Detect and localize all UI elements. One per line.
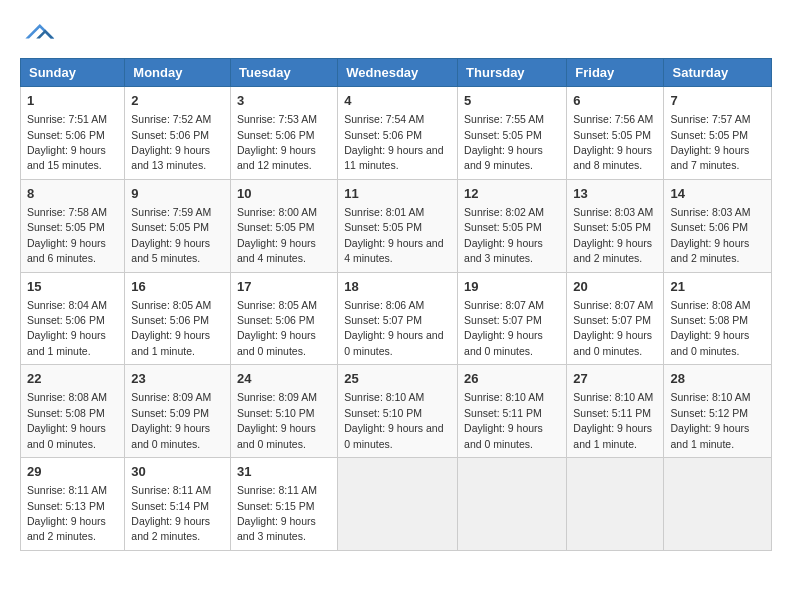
day-number: 2 [131,92,224,110]
day-number: 10 [237,185,331,203]
header-cell-thursday: Thursday [458,59,567,87]
day-cell: 19Sunrise: 8:07 AM Sunset: 5:07 PM Dayli… [458,272,567,365]
day-info: Sunrise: 8:10 AM Sunset: 5:12 PM Dayligh… [670,391,750,449]
day-number: 21 [670,278,765,296]
day-number: 27 [573,370,657,388]
day-info: Sunrise: 8:09 AM Sunset: 5:10 PM Dayligh… [237,391,317,449]
day-number: 12 [464,185,560,203]
day-number: 4 [344,92,451,110]
header-cell-friday: Friday [567,59,664,87]
day-info: Sunrise: 8:05 AM Sunset: 5:06 PM Dayligh… [237,299,317,357]
day-info: Sunrise: 7:58 AM Sunset: 5:05 PM Dayligh… [27,206,107,264]
day-cell: 16Sunrise: 8:05 AM Sunset: 5:06 PM Dayli… [125,272,231,365]
week-row-1: 1Sunrise: 7:51 AM Sunset: 5:06 PM Daylig… [21,87,772,180]
day-info: Sunrise: 8:07 AM Sunset: 5:07 PM Dayligh… [573,299,653,357]
day-number: 19 [464,278,560,296]
day-number: 22 [27,370,118,388]
day-cell: 24Sunrise: 8:09 AM Sunset: 5:10 PM Dayli… [230,365,337,458]
day-number: 16 [131,278,224,296]
day-cell: 28Sunrise: 8:10 AM Sunset: 5:12 PM Dayli… [664,365,772,458]
day-info: Sunrise: 8:07 AM Sunset: 5:07 PM Dayligh… [464,299,544,357]
day-info: Sunrise: 8:10 AM Sunset: 5:10 PM Dayligh… [344,391,443,449]
day-number: 7 [670,92,765,110]
day-cell: 29Sunrise: 8:11 AM Sunset: 5:13 PM Dayli… [21,458,125,551]
day-number: 20 [573,278,657,296]
day-cell: 8Sunrise: 7:58 AM Sunset: 5:05 PM Daylig… [21,179,125,272]
day-cell: 1Sunrise: 7:51 AM Sunset: 5:06 PM Daylig… [21,87,125,180]
day-info: Sunrise: 8:10 AM Sunset: 5:11 PM Dayligh… [464,391,544,449]
day-cell: 20Sunrise: 8:07 AM Sunset: 5:07 PM Dayli… [567,272,664,365]
day-number: 5 [464,92,560,110]
day-number: 17 [237,278,331,296]
week-row-2: 8Sunrise: 7:58 AM Sunset: 5:05 PM Daylig… [21,179,772,272]
day-cell: 22Sunrise: 8:08 AM Sunset: 5:08 PM Dayli… [21,365,125,458]
calendar-table: SundayMondayTuesdayWednesdayThursdayFrid… [20,58,772,551]
calendar-header: SundayMondayTuesdayWednesdayThursdayFrid… [21,59,772,87]
day-info: Sunrise: 7:54 AM Sunset: 5:06 PM Dayligh… [344,113,443,171]
day-cell: 27Sunrise: 8:10 AM Sunset: 5:11 PM Dayli… [567,365,664,458]
day-number: 25 [344,370,451,388]
day-number: 30 [131,463,224,481]
day-number: 9 [131,185,224,203]
header-cell-monday: Monday [125,59,231,87]
day-cell: 18Sunrise: 8:06 AM Sunset: 5:07 PM Dayli… [338,272,458,365]
day-info: Sunrise: 8:03 AM Sunset: 5:06 PM Dayligh… [670,206,750,264]
day-cell [567,458,664,551]
day-info: Sunrise: 8:02 AM Sunset: 5:05 PM Dayligh… [464,206,544,264]
week-row-4: 22Sunrise: 8:08 AM Sunset: 5:08 PM Dayli… [21,365,772,458]
header-cell-wednesday: Wednesday [338,59,458,87]
day-cell: 17Sunrise: 8:05 AM Sunset: 5:06 PM Dayli… [230,272,337,365]
day-cell: 21Sunrise: 8:08 AM Sunset: 5:08 PM Dayli… [664,272,772,365]
logo-icon [20,20,56,48]
day-cell: 26Sunrise: 8:10 AM Sunset: 5:11 PM Dayli… [458,365,567,458]
day-info: Sunrise: 8:08 AM Sunset: 5:08 PM Dayligh… [27,391,107,449]
week-row-3: 15Sunrise: 8:04 AM Sunset: 5:06 PM Dayli… [21,272,772,365]
header-row: SundayMondayTuesdayWednesdayThursdayFrid… [21,59,772,87]
day-info: Sunrise: 8:11 AM Sunset: 5:14 PM Dayligh… [131,484,211,542]
day-info: Sunrise: 8:00 AM Sunset: 5:05 PM Dayligh… [237,206,317,264]
logo [20,20,62,48]
day-info: Sunrise: 7:52 AM Sunset: 5:06 PM Dayligh… [131,113,211,171]
day-info: Sunrise: 7:55 AM Sunset: 5:05 PM Dayligh… [464,113,544,171]
header [20,20,772,48]
day-info: Sunrise: 8:05 AM Sunset: 5:06 PM Dayligh… [131,299,211,357]
day-cell: 14Sunrise: 8:03 AM Sunset: 5:06 PM Dayli… [664,179,772,272]
day-number: 6 [573,92,657,110]
day-cell: 7Sunrise: 7:57 AM Sunset: 5:05 PM Daylig… [664,87,772,180]
day-cell [664,458,772,551]
day-cell: 2Sunrise: 7:52 AM Sunset: 5:06 PM Daylig… [125,87,231,180]
day-cell: 12Sunrise: 8:02 AM Sunset: 5:05 PM Dayli… [458,179,567,272]
day-cell: 9Sunrise: 7:59 AM Sunset: 5:05 PM Daylig… [125,179,231,272]
day-info: Sunrise: 8:08 AM Sunset: 5:08 PM Dayligh… [670,299,750,357]
day-cell: 5Sunrise: 7:55 AM Sunset: 5:05 PM Daylig… [458,87,567,180]
day-info: Sunrise: 8:11 AM Sunset: 5:13 PM Dayligh… [27,484,107,542]
day-info: Sunrise: 8:06 AM Sunset: 5:07 PM Dayligh… [344,299,443,357]
day-info: Sunrise: 8:11 AM Sunset: 5:15 PM Dayligh… [237,484,317,542]
day-number: 13 [573,185,657,203]
header-cell-sunday: Sunday [21,59,125,87]
day-number: 11 [344,185,451,203]
day-info: Sunrise: 7:51 AM Sunset: 5:06 PM Dayligh… [27,113,107,171]
header-cell-saturday: Saturday [664,59,772,87]
day-number: 26 [464,370,560,388]
week-row-5: 29Sunrise: 8:11 AM Sunset: 5:13 PM Dayli… [21,458,772,551]
header-cell-tuesday: Tuesday [230,59,337,87]
day-info: Sunrise: 8:01 AM Sunset: 5:05 PM Dayligh… [344,206,443,264]
day-info: Sunrise: 7:57 AM Sunset: 5:05 PM Dayligh… [670,113,750,171]
day-cell: 13Sunrise: 8:03 AM Sunset: 5:05 PM Dayli… [567,179,664,272]
day-cell: 3Sunrise: 7:53 AM Sunset: 5:06 PM Daylig… [230,87,337,180]
day-cell: 15Sunrise: 8:04 AM Sunset: 5:06 PM Dayli… [21,272,125,365]
day-number: 14 [670,185,765,203]
day-info: Sunrise: 8:10 AM Sunset: 5:11 PM Dayligh… [573,391,653,449]
day-info: Sunrise: 8:04 AM Sunset: 5:06 PM Dayligh… [27,299,107,357]
day-cell: 6Sunrise: 7:56 AM Sunset: 5:05 PM Daylig… [567,87,664,180]
day-cell: 30Sunrise: 8:11 AM Sunset: 5:14 PM Dayli… [125,458,231,551]
day-cell: 23Sunrise: 8:09 AM Sunset: 5:09 PM Dayli… [125,365,231,458]
day-number: 31 [237,463,331,481]
day-number: 24 [237,370,331,388]
day-number: 1 [27,92,118,110]
day-info: Sunrise: 7:59 AM Sunset: 5:05 PM Dayligh… [131,206,211,264]
day-cell: 10Sunrise: 8:00 AM Sunset: 5:05 PM Dayli… [230,179,337,272]
calendar-body: 1Sunrise: 7:51 AM Sunset: 5:06 PM Daylig… [21,87,772,551]
day-number: 15 [27,278,118,296]
